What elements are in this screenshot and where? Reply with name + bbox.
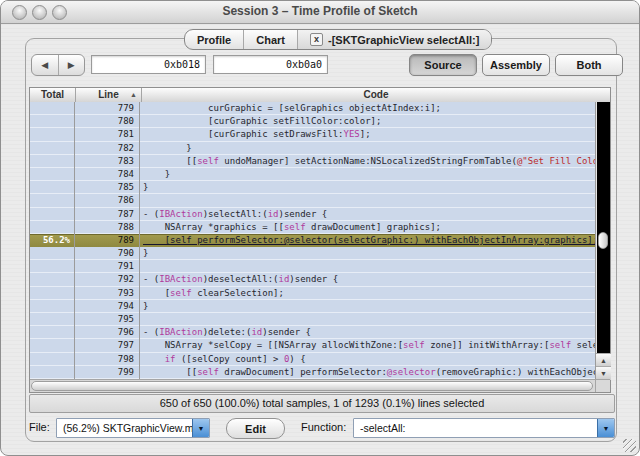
code-cell: - (IBAction)deselectAll:(id)sender { (140, 273, 595, 286)
sort-ascending-icon: ▲ (130, 88, 137, 102)
total-cell (30, 260, 75, 273)
column-header-code[interactable]: Code (142, 88, 610, 102)
line-number-cell: 794 (75, 300, 140, 313)
table-row[interactable]: 783 [[self undoManager] setActionName:NS… (30, 155, 595, 168)
history-nav-segment: ◀ ▶ (31, 54, 85, 76)
address-start-field[interactable] (91, 55, 206, 74)
line-number-cell: 785 (75, 181, 140, 194)
total-cell (30, 168, 75, 181)
line-number-cell: 783 (75, 155, 140, 168)
table-row[interactable]: 779 curGraphic = [selGraphics objectAtIn… (30, 102, 595, 115)
resize-grip[interactable] (623, 439, 636, 452)
file-popup[interactable]: (56.2%) SKTGraphicView.m ▼ (56, 418, 210, 438)
column-header-line[interactable]: Line▲ (76, 88, 142, 102)
code-cell: } (140, 181, 595, 194)
code-cell: - (IBAction)delete:(id)sender { (140, 326, 595, 339)
table-row[interactable]: 788 NSArray *graphics = [[self drawDocum… (30, 221, 595, 234)
line-number-cell: 799 (75, 366, 140, 379)
source-button[interactable]: Source (409, 54, 477, 76)
line-number-cell: 782 (75, 142, 140, 155)
close-tab-icon[interactable]: x (310, 33, 323, 46)
horizontal-scrollbar-thumb[interactable] (31, 381, 593, 391)
total-cell (30, 221, 75, 234)
scrollbar-thumb[interactable] (598, 232, 608, 249)
table-row[interactable]: 790} (30, 247, 595, 260)
line-number-cell: 790 (75, 247, 140, 260)
line-number-cell: 791 (75, 260, 140, 273)
file-popup-value: (56.2%) SKTGraphicView.m (57, 422, 192, 434)
line-number-cell: 795 (75, 313, 140, 326)
line-number-cell: 789 (75, 234, 140, 247)
file-popup-arrow-icon[interactable]: ▼ (192, 419, 209, 437)
total-cell (30, 181, 75, 194)
table-row[interactable]: 791 (30, 260, 595, 273)
back-arrow-icon: ◀ (41, 60, 48, 70)
code-cell (140, 194, 595, 207)
table-row[interactable]: 787- (IBAction)selectAll:(id)sender { (30, 208, 595, 221)
function-popup-arrow-icon[interactable]: ▼ (597, 419, 614, 437)
code-cell: NSArray *selCopy = [[NSArray allocWithZo… (140, 339, 595, 352)
total-cell (30, 366, 75, 379)
column-header-total[interactable]: Total (30, 88, 76, 102)
table-row[interactable]: 786 (30, 194, 595, 207)
code-cell: } (140, 168, 595, 181)
code-cell: [[self drawDocument] performSelector:@se… (140, 366, 595, 379)
total-cell (30, 208, 75, 221)
function-label: Function: (301, 421, 346, 433)
table-row[interactable]: 785} (30, 181, 595, 194)
code-cell: - (IBAction)selectAll:(id)sender { (140, 208, 595, 221)
code-cell (140, 260, 595, 273)
total-cell (30, 247, 75, 260)
total-cell (30, 102, 75, 115)
address-end-field[interactable] (213, 55, 328, 74)
total-cell (30, 115, 75, 128)
table-row[interactable]: 794} (30, 300, 595, 313)
tab-profile[interactable]: Profile (185, 30, 244, 49)
table-row[interactable]: 792- (IBAction)deselectAll:(id)sender { (30, 273, 595, 286)
line-number-cell: 781 (75, 128, 140, 141)
table-row[interactable]: 780 [curGraphic setFillColor:color]; (30, 115, 595, 128)
table-row[interactable]: 781 [curGraphic setDrawsFill:YES]; (30, 128, 595, 141)
tab-label: Profile (197, 34, 231, 46)
edit-button[interactable]: Edit (226, 418, 285, 439)
code-cell: [self performSelector:@selector(selectGr… (140, 234, 595, 247)
total-cell (30, 142, 75, 155)
function-popup[interactable]: -selectAll: ▼ (353, 418, 615, 438)
back-button[interactable]: ◀ (32, 55, 59, 75)
tab-chart[interactable]: Chart (244, 30, 298, 49)
tab-function[interactable]: x-[SKTGraphicView selectAll:] (298, 30, 491, 49)
table-row[interactable]: 796- (IBAction)delete:(id)sender { (30, 326, 595, 339)
code-cell: [curGraphic setFillColor:color]; (140, 115, 595, 128)
line-number-cell: 796 (75, 326, 140, 339)
table-row[interactable]: 797 NSArray *selCopy = [[NSArray allocWi… (30, 339, 595, 352)
scroll-up-icon[interactable]: ▲ (596, 353, 611, 367)
total-cell (30, 128, 75, 141)
line-number-cell: 798 (75, 353, 140, 366)
code-cell: if ([selCopy count] > 0) { (140, 353, 595, 366)
total-cell (30, 287, 75, 300)
assembly-button[interactable]: Assembly (482, 54, 550, 76)
code-cell: [curGraphic setDrawsFill:YES]; (140, 128, 595, 141)
forward-button[interactable]: ▶ (59, 55, 85, 75)
scroll-down-icon[interactable]: ▼ (596, 366, 611, 380)
horizontal-scrollbar[interactable] (30, 379, 595, 392)
title-bar[interactable]: Session 3 – Time Profile of Sketch (1, 1, 639, 24)
table-header: Total Line▲ Code (30, 88, 610, 103)
table-row[interactable]: 799 [[self drawDocument] performSelector… (30, 366, 595, 379)
table-row[interactable]: 782 } (30, 142, 595, 155)
line-number-cell: 787 (75, 208, 140, 221)
table-row[interactable]: 784 } (30, 168, 595, 181)
vertical-scrollbar[interactable]: ▲ ▼ (595, 102, 610, 379)
total-cell (30, 300, 75, 313)
line-number-cell: 779 (75, 102, 140, 115)
scrollbar-track[interactable] (597, 102, 610, 353)
table-row[interactable]: 56.2%789 [self performSelector:@selector… (30, 234, 595, 247)
line-number-cell: 792 (75, 273, 140, 286)
total-cell (30, 313, 75, 326)
both-button[interactable]: Both (555, 54, 623, 76)
code-cell: NSArray *graphics = [[self drawDocument]… (140, 221, 595, 234)
table-row[interactable]: 795 (30, 313, 595, 326)
code-cell (140, 313, 595, 326)
table-row[interactable]: 798 if ([selCopy count] > 0) { (30, 353, 595, 366)
table-row[interactable]: 793 [self clearSelection]; (30, 287, 595, 300)
